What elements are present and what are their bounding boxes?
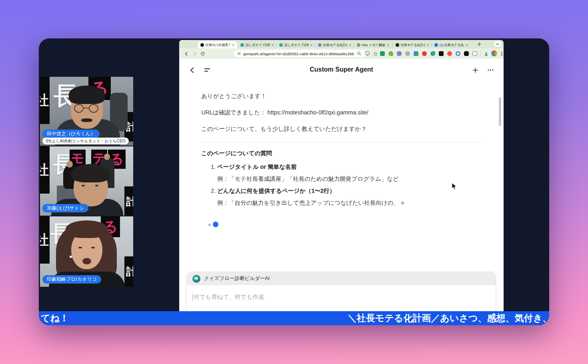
poster-char-sha: 社 (40, 216, 50, 264)
input-placeholder: 何でも尋ねて、何でも作成 (194, 293, 264, 301)
new-tab-button[interactable] (476, 41, 482, 47)
extension-icon-leafgreen[interactable] (388, 51, 393, 56)
browser-tab-1[interactable]: 社長向け好感度ア (198, 41, 237, 48)
question-number: 2. (211, 188, 217, 194)
poster-char-kei: 計 (124, 186, 133, 216)
extension-icon-notion[interactable] (439, 51, 444, 56)
text-caret (192, 294, 193, 301)
extension-icon-red[interactable] (422, 51, 427, 56)
extension-icon-bluering[interactable] (456, 51, 460, 56)
example-text: 例：「自分の魅力を引き出して売上アップにつなげたい社長向けの、 (217, 200, 399, 206)
reload-icon[interactable] (198, 50, 206, 58)
tab-favicon (279, 43, 283, 47)
tab-label: (1) 社長モテる化 (440, 43, 464, 47)
extension-icon-teal[interactable] (430, 51, 435, 56)
toolbar-divider (480, 51, 480, 56)
poster-char-kei: 計 (124, 256, 133, 287)
more-options-icon[interactable] (486, 66, 494, 74)
browser-tab-7[interactable]: (1) 社長モテる化 (432, 41, 472, 48)
question-item-1: 1.ページタイトル or 簡単な名前 (211, 163, 297, 171)
person-hair (69, 86, 105, 104)
browser-window: 社長向け好感度ア 話し方タイプ診断 話し方タイプ診断 (179, 40, 504, 311)
person-hair (71, 164, 110, 182)
person-eye (95, 185, 98, 186)
forward-icon[interactable] (190, 50, 198, 58)
chat-message: URLは確認できました： https://moteshacho-0lf2qxi.… (201, 109, 368, 116)
extensions-puzzle-icon[interactable] (472, 51, 477, 56)
browser-tab-3[interactable]: 話し方タイプ診断 (277, 41, 315, 48)
tab-share-icon[interactable] (363, 50, 371, 58)
tab-favicon (318, 43, 322, 47)
video-tile-participant-1: 社 長 る 計 田中啓之（ひろくん） 3方よしAI共創コンサルタント・おうちCE… (40, 77, 133, 146)
participant-name-badge: 田中啓之（ひろくん） (42, 130, 100, 138)
poster-char-sha: 社 (40, 146, 50, 194)
url-bar[interactable]: genspark.ai/agents?id=d2d5f352-cab8-4b4e… (234, 50, 366, 57)
glasses-bridge (84, 108, 89, 108)
participant-subtitle-badge: 3方よしAI共創コンサルタント・おうちCEO (42, 138, 129, 144)
chat-message: このページについて、もう少し詳しく教えていただけますか？ (201, 125, 366, 133)
tab-favicon (357, 43, 360, 47)
video-tile-participant-2: 社 長 モ テ る 計 加藤(えび)サトシ (40, 146, 133, 216)
tab-label: Mac メモリ解放 (362, 43, 385, 47)
browser-menu-kebab-icon[interactable] (498, 50, 504, 58)
extension-icon-flower[interactable] (447, 51, 452, 56)
person-hair-top (66, 220, 108, 238)
question-example-1: 例：「モテ社長養成講座」「社長のための魅力開発プログラム」など (217, 175, 399, 183)
loading-dot-small (208, 224, 211, 226)
glasses-left (74, 104, 84, 113)
earring (70, 256, 72, 258)
message-input[interactable]: 何でも尋ねて、何でも作成 (187, 285, 496, 301)
typing-block-cursor: ■ (399, 200, 404, 206)
browser-tab-strip: 社長向け好感度ア 話し方タイプ診断 話し方タイプ診断 (179, 40, 504, 48)
participant-name-badge: 印象戦略プロ/カオリコ (42, 275, 101, 284)
tab-label: 話し方タイプ診断 (284, 43, 308, 47)
loading-dot-large (213, 222, 218, 227)
stream-ticker-banner: てね！ ＼社長モテる化計画／あいさつ、感想、気付き、 (39, 311, 549, 325)
extension-icon-green[interactable] (380, 51, 385, 56)
message-divider (201, 142, 483, 142)
extension-icon-blackslash[interactable] (464, 51, 469, 56)
back-icon[interactable] (182, 50, 190, 58)
download-icon[interactable] (482, 50, 490, 58)
mouse-cursor (452, 182, 457, 190)
search-icon[interactable] (355, 50, 363, 58)
tab-close-icon[interactable] (387, 44, 390, 46)
chat-message: ありがとうございます！ (201, 92, 266, 100)
tab-close-icon[interactable] (271, 44, 274, 46)
ticker-right-text: ＼社長モテる化計画／あいさつ、感想、気付き、 (348, 312, 549, 324)
poster-suit-man-head (104, 154, 110, 160)
extension-icon-purple[interactable] (397, 51, 402, 56)
tab-favicon (240, 43, 244, 47)
person-mouth-open (82, 258, 91, 264)
tab-search-dropdown-icon[interactable] (494, 41, 501, 47)
tab-favicon (396, 43, 399, 47)
tab-label: 社長モテる化計画 (401, 43, 425, 47)
browser-tab-5[interactable]: Mac メモリ解放 (354, 41, 393, 48)
tab-label: 社長向け好感度ア (206, 43, 230, 47)
tab-close-icon[interactable] (349, 44, 352, 46)
page-scrollbar-thumb[interactable] (499, 97, 501, 126)
mustache (81, 118, 92, 122)
profile-avatar[interactable] (491, 50, 497, 56)
browser-tab-4[interactable]: 社長モテる化計画 (316, 41, 354, 48)
browser-tab-6[interactable]: 社長モテる化計画 (393, 41, 432, 48)
tab-close-icon[interactable] (310, 44, 313, 46)
tab-close-icon[interactable] (232, 44, 235, 46)
bookmark-star-icon[interactable] (371, 50, 379, 58)
agent-avatar-icon (192, 275, 200, 283)
desktop-background: { "banner": { "left_text": "てね！", "right… (0, 0, 588, 364)
question-example-2: 例：「自分の魅力を引き出して売上アップにつなげたい社長向けの、 ■ (217, 199, 404, 207)
page-header: Custom Super Agent (179, 63, 504, 76)
extension-icon-camera[interactable] (405, 51, 410, 56)
tab-label: 社長モテる化計画 (323, 43, 347, 47)
video-tile-participant-3: 社 長 る 計 印象戦略プロ/カオリコ (40, 216, 133, 287)
url-text: genspark.ai/agents?id=d2d5f352-cab8-4b4e… (243, 52, 354, 56)
extension-icon-translate[interactable] (414, 51, 418, 56)
tab-close-icon[interactable] (466, 44, 468, 46)
participant-name-badge: 加藤(えび)サトシ (42, 204, 88, 212)
agent-selector[interactable]: クイズフロー診断ビルダーAI (187, 272, 496, 285)
tab-close-icon[interactable] (426, 44, 429, 46)
browser-tab-2[interactable]: 話し方タイプ診断 (238, 41, 276, 48)
section-heading: このページについての質問 (201, 150, 272, 157)
new-chat-plus-icon[interactable] (471, 66, 479, 74)
